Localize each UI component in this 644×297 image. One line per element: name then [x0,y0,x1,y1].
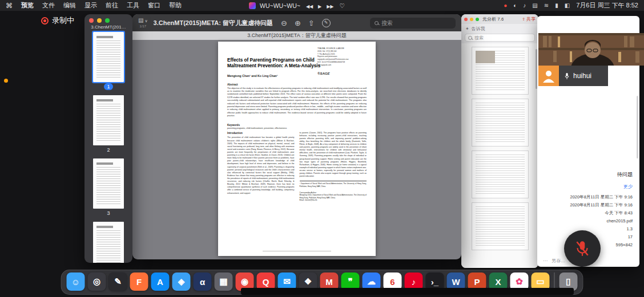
tell-me-button[interactable]: ✦ 告诉我 [461,24,538,32]
display-brightness-icon[interactable]: ◐ [513,2,517,9]
search-input[interactable] [381,20,451,26]
wifi-icon[interactable]: ≋ [544,2,549,9]
dock-settings[interactable]: ◎ [88,272,106,291]
share-icon[interactable]: ⇧ [308,19,315,27]
word-titlebar: 元分析 7.6 ⇧ 共享 [461,14,538,24]
minimize-button[interactable] [470,18,473,21]
document-title-bar: 3.ChenMT(2015)META：留守儿童虐待问题 [132,31,461,40]
info-value-1: 2020年8月11日 星期二 下午 9:16 [542,201,633,209]
apple-menu-icon[interactable]: ⌘ [6,2,13,10]
chevron-down-icon: ∨ [144,19,147,23]
search-icon [375,21,379,25]
zoom-button[interactable] [105,18,110,23]
dock-stats[interactable]: α [194,272,212,291]
introduction-column-2: to parents (Cowen, 2001). The programs h… [300,132,367,178]
zoom-in-icon[interactable]: ⊕ [295,19,301,27]
participant-video-tile[interactable] [538,33,644,66]
page-thumbnail[interactable] [93,95,124,145]
dock-draw[interactable]: ✎ [109,272,127,291]
doc-page-thumb [472,47,529,95]
affiliation-note: ¹ Department of Social Work and Social A… [300,181,367,188]
now-playing-title: WU~WU~WU~ [260,2,300,9]
menu-item-7[interactable]: 帮助 [169,1,182,10]
word-doc-title: 元分析 7.6 [482,16,504,22]
dock-firefox[interactable]: F [130,272,148,291]
media-next-icon[interactable]: ▶▶ [327,4,333,9]
thumbnail-page-1[interactable]: 1 [93,32,124,90]
thumb-title-line [96,226,113,228]
word-search-field[interactable]: 搜索 [465,34,535,42]
mute-microphone-button[interactable] [564,230,601,267]
mic-muted-icon [575,240,590,257]
dock-finder[interactable]: ☺ [67,272,85,291]
sidebar-icon: ▤ [138,18,143,23]
close-button[interactable] [464,18,468,21]
doc-page-thumb [472,202,529,250]
text-lines [476,206,525,246]
screen-recording-indicator[interactable]: 录制中 [41,15,74,26]
scrollbar[interactable] [637,96,638,158]
thumbnail-page-3[interactable]: 3 [93,158,124,217]
screen-record-icon[interactable]: ● [504,2,507,9]
pdf-viewport[interactable]: TRAUMA, VIOLENCE, & ABUSE 2016, Vol. 17(… [132,40,461,259]
menu-item-5[interactable]: 工具 [127,1,139,10]
menu-clock[interactable]: 7月6日 周三 下午 8:52 [576,1,638,10]
control-center-icon[interactable]: ◧ [565,2,570,9]
search-field[interactable] [370,18,456,29]
doc-page-thumb [472,150,529,198]
page-thumbnail[interactable] [93,158,124,209]
participant-avatar-tile[interactable] [538,66,559,86]
word-pages[interactable] [461,43,538,268]
zoom-button[interactable] [476,18,479,21]
page-thumbnail[interactable] [93,222,124,263]
minimize-button[interactable] [97,18,102,23]
keyboard-input-icon[interactable]: ▤ [532,2,537,9]
zoom-out-icon[interactable]: ⊖ [281,19,287,27]
thumbnail-panel-title: 3.ChenMT(201… [84,25,132,32]
info-value-3: chen2015.pdf [542,217,633,225]
page-thumbnail[interactable] [93,32,124,82]
save-as-label[interactable]: 另存… [552,258,565,264]
dock-launchpad[interactable]: ▦ [215,272,233,291]
meeting-control-bar[interactable] [241,288,574,295]
thumb-title-line [96,36,113,38]
page-number-label: 2 [104,147,112,153]
close-button[interactable] [89,18,94,23]
more-options-icon[interactable]: ⋯ [543,258,548,263]
volume-icon[interactable]: ♪ [523,2,526,9]
thumbnail-page-2[interactable]: 2 [93,95,124,153]
webcam-feed [538,33,644,66]
thumbnail-panel-window: 3.ChenMT(201… 1234 [84,14,132,263]
menu-item-3[interactable]: 显示 [84,1,97,10]
introduction-heading: Introduction [227,132,295,136]
thumbnail-list: 1234 [84,32,132,263]
now-playing-widget[interactable]: WU~WU~WU~ ◀◀ ▶ ▶▶ ♡ [249,2,345,9]
abstract-heading: Abstract [227,83,367,86]
show-less-toggle[interactable]: 更少 [623,184,633,190]
menu-item-0[interactable]: 预览 [21,1,34,10]
sidebar-toggle-button[interactable]: ▤ ∨ 1/17 [138,18,148,28]
menu-item-1[interactable]: 文件 [42,1,55,10]
favorite-heart-icon[interactable]: ♡ [340,2,345,9]
menu-item-2[interactable]: 编辑 [63,1,76,10]
dock-safari[interactable]: ◈ [172,272,191,291]
menu-item-4[interactable]: 前往 [106,1,118,10]
share-button[interactable]: ⇧ 共享 [522,16,536,22]
media-prev-icon[interactable]: ◀◀ [306,4,313,9]
battery-icon[interactable]: ▮ [555,2,558,9]
share-arrow-icon: ⇧ [522,17,525,22]
participant-name-tag[interactable]: huihui [559,66,608,86]
dock-app-store[interactable]: A [151,272,170,291]
person-icon [542,69,556,83]
figure-placeholder [476,51,495,63]
menu-item-6[interactable]: 窗口 [148,1,160,10]
recording-label: 录制中 [52,15,74,26]
info-value-2: 今天 下午 8:43 [542,209,633,217]
media-play-icon[interactable]: ▶ [318,4,321,9]
thumb-text-lines [96,167,120,205]
journal-info: TRAUMA, VIOLENCE, & ABUSE 2016, Vol. 17(… [317,47,368,67]
info-value-0: 2020年8月11日 星期二 下午 9:16 [542,193,633,201]
markup-icon[interactable]: ✎ [322,19,331,27]
keywords-text: parenting programs, child maltreatment, … [227,127,367,129]
thumbnail-page-4[interactable]: 4 [93,222,124,263]
